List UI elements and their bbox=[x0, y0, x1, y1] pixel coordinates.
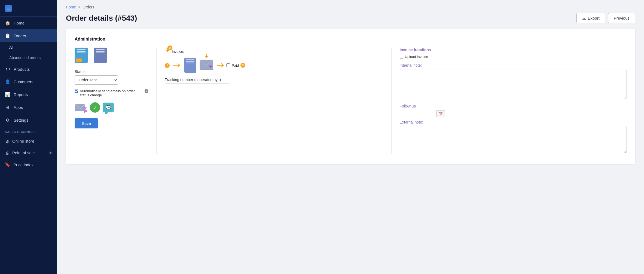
tracking-section: Tracking number (seperated by ;) bbox=[165, 78, 383, 92]
logo-icon: ⌂ bbox=[5, 5, 12, 12]
status-label: Status: bbox=[75, 69, 148, 74]
sidebar-item-orders[interactable]: 📋 Orders bbox=[0, 29, 57, 42]
envelope-flow[interactable] bbox=[200, 60, 213, 71]
sidebar-item-label: Apps bbox=[14, 105, 23, 110]
svg-marker-2 bbox=[83, 109, 88, 113]
breadcrumb-current: Orders bbox=[83, 5, 94, 9]
sidebar-item-label: Products bbox=[14, 67, 30, 72]
status-select[interactable]: Order sent Pending Processing Completed … bbox=[75, 75, 118, 85]
invoice-label-area: 2 bbox=[165, 48, 170, 54]
online-store-icon: 🖥 bbox=[5, 139, 9, 143]
badge1-area: 1 bbox=[165, 63, 170, 68]
sidebar-item-online-store[interactable]: 🖥 Online store bbox=[0, 135, 57, 147]
action-icons-row: ✓ 💬 bbox=[75, 102, 148, 113]
paid-label: Paid bbox=[232, 63, 239, 67]
sidebar-item-apps[interactable]: ⊕ Apps bbox=[0, 101, 57, 114]
apps-icon: ⊕ bbox=[5, 105, 10, 110]
mid-column: 2 Invoice: 1 bbox=[156, 48, 392, 154]
external-note-label: External note: bbox=[400, 120, 627, 124]
tracking-input[interactable] bbox=[165, 84, 230, 92]
sidebar-sub-item-all[interactable]: All bbox=[0, 42, 57, 53]
doc-line3 bbox=[77, 53, 86, 53]
export-button[interactable]: Export bbox=[576, 13, 605, 23]
badge-3: 3 bbox=[240, 63, 245, 68]
reports-icon: 📊 bbox=[5, 92, 10, 97]
upload-invoice-row: Upload invoice bbox=[400, 55, 627, 59]
save-button[interactable]: Save bbox=[75, 118, 98, 128]
external-note-textarea[interactable] bbox=[400, 126, 627, 153]
sidebar-logo: ⌂ bbox=[0, 0, 57, 17]
settings-icon: ⚙ bbox=[5, 118, 10, 123]
inv-doc-line1 bbox=[186, 59, 194, 60]
tracking-label: Tracking number (seperated by ;) bbox=[165, 78, 383, 82]
down-arrow2 bbox=[204, 54, 209, 59]
order-doc-icon[interactable] bbox=[75, 48, 89, 64]
doc-line1 bbox=[77, 49, 86, 50]
invoice-doc-icon[interactable] bbox=[94, 48, 108, 64]
eye-icon[interactable]: 👁 bbox=[48, 151, 52, 155]
sidebar-item-home[interactable]: 🏠 Home bbox=[0, 17, 57, 29]
arrow-right-icon bbox=[173, 63, 181, 68]
products-icon: 🏷 bbox=[5, 67, 10, 72]
page-title: Order details (#543) bbox=[66, 14, 137, 23]
channel-label: Online store bbox=[12, 139, 34, 143]
orders-icon: 📋 bbox=[5, 33, 10, 38]
status-select-wrap: Order sent Pending Processing Completed … bbox=[75, 75, 148, 85]
follow-up-calendar-button[interactable]: 📅 bbox=[436, 110, 445, 117]
sales-channels-label: SALES CHANNELS bbox=[0, 127, 57, 135]
upload-invoice-checkbox[interactable] bbox=[400, 55, 403, 59]
invoice-doc-flow[interactable] bbox=[184, 58, 196, 73]
internal-note-label: Internal note: bbox=[400, 63, 627, 67]
channel-left: 🔖 Price index bbox=[5, 162, 33, 167]
admin-content-grid: Status: Order sent Pending Processing Co… bbox=[75, 48, 627, 154]
follow-up-label: Follow up bbox=[400, 104, 416, 108]
inv-doc-line2 bbox=[186, 61, 194, 62]
sidebar-item-pos[interactable]: 🖨 Point of sale 👁 bbox=[0, 147, 57, 159]
main-content: Home > Orders Order details (#543) Expor… bbox=[57, 0, 644, 274]
doc-line2 bbox=[77, 51, 86, 52]
sidebar-item-products[interactable]: 🏷 Products bbox=[0, 63, 57, 75]
home-icon: 🏠 bbox=[5, 20, 10, 26]
export-icon bbox=[582, 16, 586, 20]
auto-send-checkbox[interactable] bbox=[75, 90, 78, 93]
paid-checkbox[interactable] bbox=[226, 63, 230, 67]
sidebar-item-label: Settings bbox=[14, 118, 28, 122]
sidebar-sub-label: All bbox=[9, 45, 14, 50]
check-action-icon[interactable]: ✓ bbox=[90, 102, 100, 113]
sidebar-item-price-index[interactable]: 🔖 Price index bbox=[0, 159, 57, 171]
page-title-row: Order details (#543) Export Previous bbox=[66, 13, 635, 23]
export-label: Export bbox=[588, 16, 599, 20]
info-icon[interactable]: i bbox=[145, 89, 148, 93]
doc-orange bbox=[75, 48, 88, 63]
sidebar-item-label: Reports bbox=[14, 92, 28, 97]
sidebar-item-customers[interactable]: 👤 Customers bbox=[0, 75, 57, 88]
channel-left: 🖥 Online store bbox=[5, 139, 34, 143]
doc-line3 bbox=[96, 53, 105, 53]
follow-up-input[interactable] bbox=[400, 110, 435, 117]
channel-label: Price index bbox=[13, 162, 33, 167]
page-header: Home > Orders Order details (#543) Expor… bbox=[57, 0, 644, 29]
previous-button[interactable]: Previous bbox=[608, 13, 635, 23]
status-section: Status: Order sent Pending Processing Co… bbox=[75, 69, 148, 85]
chat-action-icon[interactable]: 💬 bbox=[103, 103, 114, 112]
invoice-flow-row: 2 Invoice: bbox=[165, 48, 383, 54]
sidebar: ⌂ 🏠 Home 📋 Orders All Abandoned orders 🏷… bbox=[0, 0, 57, 274]
sidebar-item-settings[interactable]: ⚙ Settings bbox=[0, 114, 57, 127]
auto-send-row: Automatically send emails on order statu… bbox=[75, 89, 148, 97]
internal-note-textarea[interactable] bbox=[400, 69, 627, 99]
follow-up-row: Follow up bbox=[400, 104, 627, 108]
sidebar-item-reports[interactable]: 📊 Reports bbox=[0, 88, 57, 101]
doc-icons-row bbox=[75, 48, 148, 64]
badge2-pos bbox=[204, 54, 209, 60]
price-index-icon: 🔖 bbox=[5, 162, 10, 167]
invoice-flow: 1 bbox=[165, 58, 383, 73]
invoice-text: Invoice: bbox=[172, 50, 184, 54]
sidebar-sub-item-abandoned[interactable]: Abandoned orders bbox=[0, 53, 57, 63]
upload-invoice-label: Upload invoice bbox=[405, 55, 428, 59]
follow-up-input-row: 📅 bbox=[400, 110, 627, 117]
breadcrumb-home[interactable]: Home bbox=[66, 5, 76, 9]
breadcrumb-separator: > bbox=[78, 5, 80, 9]
reply-arrow bbox=[83, 109, 88, 113]
doc-line2 bbox=[96, 51, 105, 52]
email-action-icon[interactable] bbox=[75, 102, 87, 113]
